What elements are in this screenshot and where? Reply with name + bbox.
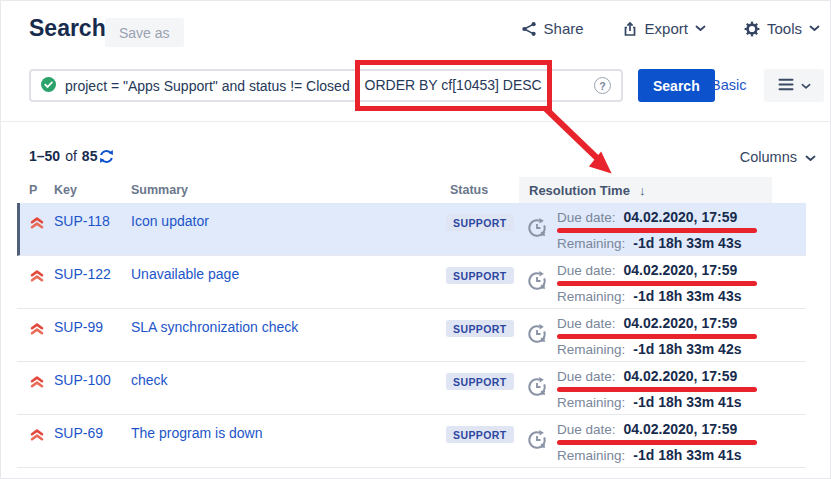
chevron-down-icon [805,149,816,165]
orderby-highlight-box: ORDER BY cf[10453] DESC [355,60,552,111]
priority-cell [29,203,54,255]
issue-key-link[interactable]: SUP-99 [54,319,103,335]
status-badge: SUPPORT [446,320,514,337]
resolution-time-cell: Due date: 04.02.2020, 17:59 Remaining: -… [519,203,806,255]
column-header-priority[interactable]: P [29,183,54,197]
search-button[interactable]: Search [638,69,715,102]
remaining-label: Remaining: [557,447,625,465]
priority-highest-icon [29,269,45,286]
table-row[interactable]: SUP-118 Icon updator SUPPORT Due date: 0… [17,203,806,256]
remaining-value: -1d 18h 33m 43s [633,234,741,252]
annotation-red-underline [557,387,757,392]
resolution-time-cell: Due date: 04.02.2020, 17:59 Remaining: -… [519,309,806,361]
issue-table-body: SUP-118 Icon updator SUPPORT Due date: 0… [17,203,806,468]
remaining-label: Remaining: [557,235,625,253]
issue-summary-link[interactable]: SLA synchronization check [131,319,298,335]
resolution-time-cell: Due date: 04.02.2020, 17:59 Remaining: -… [519,256,806,308]
chevron-down-icon [801,78,811,93]
issue-table-header: P Key Summary Status Resolution Time ↓ [17,177,806,203]
help-icon[interactable]: ? [594,77,611,94]
due-date-value: 04.02.2020, 17:59 [624,367,738,385]
page-title: Search [29,15,106,42]
export-button[interactable]: Export [622,20,706,37]
remaining-label: Remaining: [557,341,625,359]
issue-key-link[interactable]: SUP-100 [54,372,111,388]
annotation-red-underline [557,334,757,339]
issue-summary-link[interactable]: check [131,372,168,388]
due-date-label: Due date: [557,368,616,386]
annotation-red-underline [557,440,757,445]
export-icon [622,21,638,37]
results-count: 1–50 of 85 [29,148,114,164]
toolbar: Share Export Tools [521,20,820,37]
sla-clock-icon [526,270,548,308]
due-date-value: 04.02.2020, 17:59 [624,261,738,279]
basic-link[interactable]: Basic [711,77,746,93]
save-as-button[interactable]: Save as [105,18,184,47]
sla-clock-icon [526,376,548,414]
gear-icon [744,21,760,37]
status-badge: SUPPORT [446,426,514,443]
due-date-label: Due date: [557,421,616,439]
remaining-label: Remaining: [557,394,625,412]
table-row[interactable]: SUP-100 check SUPPORT Due date: 04.02.20… [17,362,806,415]
priority-cell [29,256,54,308]
issue-key-link[interactable]: SUP-118 [54,213,110,229]
hamburger-icon [778,78,794,94]
column-header-summary[interactable]: Summary [131,183,446,197]
sla-clock-icon [526,323,548,361]
issue-summary-link[interactable]: Unavailable page [131,266,239,282]
annotation-red-underline [557,228,757,233]
sla-clock-icon [526,429,548,467]
table-row[interactable]: SUP-99 SLA synchronization check SUPPORT… [17,309,806,362]
due-date-label: Due date: [557,209,616,227]
issue-summary-link[interactable]: The program is down [131,425,263,441]
priority-cell [29,362,54,414]
chevron-down-icon [695,25,706,32]
issue-summary-link[interactable]: Icon updator [131,213,209,229]
issue-navigator-page: Search Save as Share Export [0,0,831,479]
share-button[interactable]: Share [521,20,584,37]
remaining-value: -1d 18h 33m 43s [633,287,741,305]
due-date-label: Due date: [557,315,616,333]
jql-query-text: project = "Apps Support" and status != C… [65,78,350,94]
tools-button[interactable]: Tools [744,20,820,37]
sort-descending-icon: ↓ [639,183,646,198]
valid-query-icon [41,77,56,95]
issue-key-link[interactable]: SUP-122 [54,266,111,282]
column-header-status[interactable]: Status [446,183,519,197]
share-icon [521,21,537,37]
status-badge: SUPPORT [446,267,514,284]
table-row[interactable]: SUP-69 The program is down SUPPORT Due d… [17,415,806,468]
divider [1,121,831,122]
priority-cell [29,309,54,361]
column-header-key[interactable]: Key [54,183,131,197]
remaining-label: Remaining: [557,288,625,306]
priority-highest-icon [29,428,45,445]
due-date-value: 04.02.2020, 17:59 [624,208,738,226]
due-date-value: 04.02.2020, 17:59 [624,420,738,438]
remaining-value: -1d 18h 33m 41s [633,393,741,411]
due-date-label: Due date: [557,262,616,280]
priority-highest-icon [29,375,45,392]
status-badge: SUPPORT [446,214,514,231]
chevron-down-icon [809,25,820,32]
annotation-red-underline [557,281,757,286]
due-date-value: 04.02.2020, 17:59 [624,314,738,332]
issue-key-link[interactable]: SUP-69 [54,425,103,441]
priority-highest-icon [29,322,45,339]
priority-highest-icon [29,216,45,233]
columns-button[interactable]: Columns [740,149,816,165]
view-menu-button[interactable] [764,69,824,102]
status-badge: SUPPORT [446,373,514,390]
refresh-icon[interactable] [99,149,114,164]
priority-cell [29,415,54,467]
annotation-arrow [539,103,631,185]
remaining-value: -1d 18h 33m 41s [633,446,741,464]
resolution-time-cell: Due date: 04.02.2020, 17:59 Remaining: -… [519,362,806,414]
column-header-resolution-time[interactable]: Resolution Time ↓ [519,177,772,203]
table-row[interactable]: SUP-122 Unavailable page SUPPORT Due dat… [17,256,806,309]
sla-clock-icon [526,217,548,255]
jql-input[interactable]: project = "Apps Support" and status != C… [29,69,623,102]
remaining-value: -1d 18h 33m 42s [633,340,741,358]
